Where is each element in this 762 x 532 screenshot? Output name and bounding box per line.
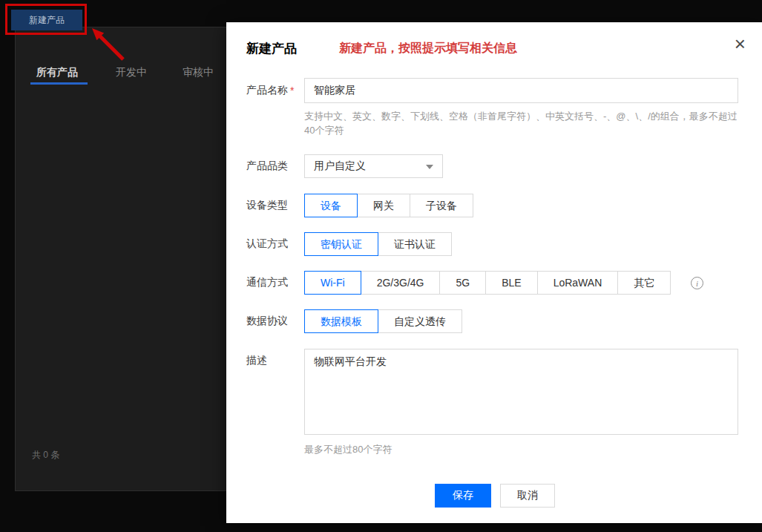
auth-method-group-option-1[interactable]: 证书认证 [378, 232, 452, 256]
data-protocol-label: 数据协议 [246, 309, 303, 333]
required-asterisk: * [290, 85, 294, 96]
auth-method-label: 认证方式 [246, 232, 303, 256]
tab-reviewing[interactable]: 审核中 [183, 66, 214, 79]
comm-method-group-option-1[interactable]: 2G/3G/4G [361, 271, 441, 295]
comm-method-group-option-0[interactable]: Wi-Fi [304, 271, 361, 295]
product-name-label: 产品名称 * [246, 78, 303, 103]
new-product-button[interactable]: 新建产品 [11, 10, 82, 30]
annotation-tip-text: 新建产品，按照提示填写相关信息 [339, 41, 517, 56]
description-help: 最多不超过80个字符 [304, 442, 742, 456]
info-icon[interactable]: i [691, 277, 703, 289]
auth-method-group: 密钥认证证书认证 [304, 232, 452, 256]
device-type-group-option-2[interactable]: 子设备 [410, 194, 473, 217]
total-count: 共 0 条 [32, 449, 59, 462]
data-protocol-group: 数据模板自定义透传 [304, 309, 462, 333]
product-name-input[interactable] [304, 78, 738, 103]
category-select[interactable]: 用户自定义 [304, 154, 443, 178]
data-protocol-group-option-0[interactable]: 数据模板 [304, 309, 378, 333]
description-label: 描述 [246, 353, 303, 368]
device-type-group-option-0[interactable]: 设备 [304, 194, 358, 217]
product-name-label-text: 产品名称 [246, 84, 288, 97]
close-icon[interactable]: × [735, 34, 746, 53]
device-type-label: 设备类型 [246, 194, 303, 217]
modal-title: 新建产品 [246, 40, 297, 57]
device-type-group-option-1[interactable]: 网关 [357, 194, 410, 217]
tab-developing[interactable]: 开发中 [116, 66, 147, 79]
comm-method-label: 通信方式 [246, 271, 303, 295]
cancel-button[interactable]: 取消 [500, 484, 555, 508]
new-product-modal: 新建产品 新建产品，按照提示填写相关信息 × 产品名称 * 支持中文、英文、数字… [226, 22, 762, 523]
chevron-down-icon [426, 165, 433, 169]
comm-method-group-option-2[interactable]: 5G [439, 271, 486, 295]
screen: 所有产品 开发中 审核中 新建产品 共 0 条 新建产品 新建产品，按照提示填写… [0, 0, 762, 532]
tab-all-products[interactable]: 所有产品 [36, 66, 78, 79]
active-tab-underline [30, 82, 88, 85]
comm-method-group-option-3[interactable]: BLE [485, 271, 537, 295]
auth-method-group-option-0[interactable]: 密钥认证 [304, 232, 378, 256]
category-label: 产品品类 [246, 154, 303, 178]
product-name-help: 支持中文、英文、数字、下划线、空格（非首尾字符）、中英文括号、-、@、\、/的组… [304, 109, 742, 137]
comm-method-group-option-5[interactable]: 其它 [617, 271, 671, 295]
category-selected-value: 用户自定义 [314, 160, 366, 173]
data-protocol-group-option-1[interactable]: 自定义透传 [378, 309, 462, 333]
product-list-panel: 所有产品 开发中 审核中 [15, 27, 227, 491]
comm-method-group: Wi-Fi2G/3G/4G5GBLELoRaWAN其它 [304, 271, 671, 295]
comm-method-group-option-4[interactable]: LoRaWAN [537, 271, 619, 295]
device-type-group: 设备网关子设备 [304, 194, 473, 217]
save-button[interactable]: 保存 [435, 484, 491, 508]
description-textarea[interactable]: 物联网平台开发 [304, 349, 738, 435]
